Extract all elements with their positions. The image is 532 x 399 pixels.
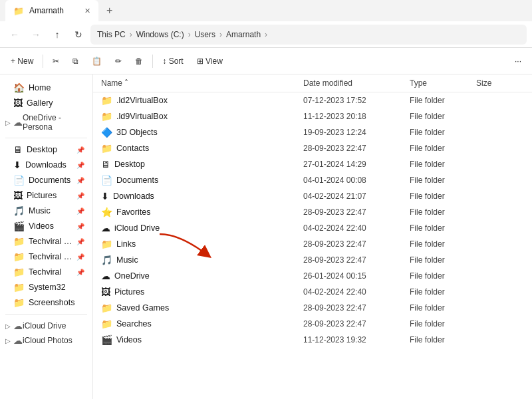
file-icon: 🔷 <box>101 127 112 138</box>
list-header: Name ˄ Date modified Type Size <box>93 74 532 92</box>
techviral-icon: 📁 <box>13 267 25 277</box>
table-row[interactable]: 📄 Documents 04-01-2024 00:08 File folder <box>93 172 532 188</box>
file-name-cell: 📁 Saved Games <box>98 301 301 315</box>
icloud-photos-icon: ☁ <box>13 335 23 346</box>
file-name: Music <box>116 255 138 265</box>
file-size-cell <box>473 211 527 213</box>
file-name: Downloads <box>113 192 154 201</box>
tab-close-button[interactable]: ✕ <box>84 7 90 15</box>
cut-button[interactable]: ✂ <box>47 54 65 68</box>
sidebar-item-music[interactable]: 🎵 Music 📌 <box>3 203 90 218</box>
techviral-doc-icon: 📁 <box>13 236 25 247</box>
file-size-cell <box>473 131 527 134</box>
copy-button[interactable]: ⧉ <box>67 54 84 68</box>
sidebar-item-techviral-doc[interactable]: 📁 Techviral Docum 📌 <box>3 234 90 249</box>
up-button[interactable]: ↑ <box>48 25 66 44</box>
sidebar-item-gallery[interactable]: 🖼 Gallery <box>3 96 90 110</box>
sidebar-item-pictures[interactable]: 🖼 Pictures 📌 <box>3 188 90 203</box>
col-type[interactable]: Type <box>407 77 473 89</box>
file-icon: 🎬 <box>101 334 112 345</box>
rename-button[interactable]: ✏ <box>110 54 127 68</box>
tab-title: Amarnath <box>29 6 64 15</box>
sidebar-label-pictures: Pictures <box>27 191 72 200</box>
sidebar-item-techviral-img[interactable]: 📁 Techviral Images 📌 <box>3 249 90 264</box>
table-row[interactable]: ☁ iCloud Drive 04-02-2024 22:40 File fol… <box>93 220 532 236</box>
file-name-cell: 📁 .ld2VirtualBox <box>98 94 301 107</box>
sidebar-label-gallery: Gallery <box>27 98 84 108</box>
sidebar-item-screenshots[interactable]: 📁 Screenshots <box>3 295 90 310</box>
sidebar-label-documents: Documents <box>29 176 72 185</box>
file-type-cell: File folder <box>407 206 473 218</box>
file-date-cell: 07-12-2023 17:52 <box>301 94 407 106</box>
col-size[interactable]: Size <box>473 77 527 89</box>
file-type-cell: File folder <box>407 110 473 122</box>
expand-icon: ▷ <box>5 119 11 126</box>
col-name[interactable]: Name ˄ <box>98 77 301 89</box>
file-icon: ☁ <box>101 271 110 281</box>
sidebar-item-techviral[interactable]: 📁 Techviral 📌 <box>3 265 90 279</box>
table-row[interactable]: 📁 Links 28-09-2023 22:47 File folder <box>93 236 532 252</box>
refresh-button[interactable]: ↻ <box>69 25 88 44</box>
table-row[interactable]: ⬇ Downloads 04-02-2024 21:07 File folder <box>93 188 532 204</box>
breadcrumb-user[interactable]: Amarnath <box>226 30 261 39</box>
sort-button[interactable]: ↕ Sort <box>157 54 188 68</box>
file-icon: 🖼 <box>101 287 110 297</box>
file-name-cell: 🎬 Videos <box>98 333 301 346</box>
table-row[interactable]: 📁 Saved Games 28-09-2023 22:47 File fold… <box>93 300 532 316</box>
sidebar-item-documents[interactable]: 📄 Documents 📌 <box>3 173 90 188</box>
file-type-cell: File folder <box>407 94 473 106</box>
sidebar-item-desktop[interactable]: 🖥 Desktop 📌 <box>3 142 90 157</box>
table-row[interactable]: 📁 .ld2VirtualBox 07-12-2023 17:52 File f… <box>93 92 532 108</box>
sidebar-group-onedrive[interactable]: ▷ ☁ OneDrive - Persona <box>0 111 92 134</box>
table-row[interactable]: 🎬 Videos 11-12-2023 19:32 File folder <box>93 332 532 348</box>
file-name-cell: 📄 Documents <box>98 174 301 187</box>
table-row[interactable]: 📁 Searches 28-09-2023 22:47 File folder <box>93 316 532 332</box>
table-row[interactable]: 🖼 Pictures 04-02-2024 22:40 File folder <box>93 284 532 300</box>
sidebar-group-icloud-drive[interactable]: ▷ ☁ iCloud Drive <box>0 319 92 333</box>
file-size-cell <box>473 163 527 166</box>
delete-button[interactable]: 🗑 <box>130 54 148 68</box>
forward-button[interactable]: → <box>27 25 45 44</box>
table-row[interactable]: 📁 .ld9VirtualBox 11-12-2023 20:18 File f… <box>93 108 532 124</box>
table-row[interactable]: 📁 Contacts 28-09-2023 22:47 File folder <box>93 140 532 156</box>
file-size-cell <box>473 307 527 309</box>
table-row[interactable]: 🔷 3D Objects 19-09-2023 12:24 File folde… <box>93 124 532 140</box>
file-name: Saved Games <box>116 303 169 313</box>
new-button[interactable]: + New <box>5 54 39 68</box>
new-tab-button[interactable]: + <box>98 5 120 17</box>
table-row[interactable]: 🎵 Music 28-09-2023 22:47 File folder <box>93 252 532 268</box>
col-date[interactable]: Date modified <box>301 77 407 89</box>
file-name-cell: 📁 Links <box>98 237 301 251</box>
expand-icloud-icon: ▷ <box>5 323 11 330</box>
active-tab[interactable]: 📁 Amarnath ✕ <box>5 0 98 21</box>
sidebar-item-videos[interactable]: 🎬 Videos 📌 <box>3 219 90 233</box>
table-row[interactable]: ⭐ Favorites 28-09-2023 22:47 File folder <box>93 204 532 220</box>
file-date-cell: 27-01-2024 14:29 <box>301 158 407 170</box>
table-row[interactable]: 🖥 Desktop 27-01-2024 14:29 File folder <box>93 156 532 172</box>
sidebar-item-downloads[interactable]: ⬇ Downloads 📌 <box>3 158 90 172</box>
breadcrumb-thispc[interactable]: This PC <box>97 30 126 39</box>
address-bar[interactable]: This PC › Windows (C:) › Users › Amarnat… <box>90 25 527 45</box>
back-button[interactable]: ← <box>5 25 24 44</box>
file-type-cell: File folder <box>407 222 473 234</box>
file-name-cell: 📁 Contacts <box>98 142 301 155</box>
paste-button[interactable]: 📋 <box>86 54 107 68</box>
sidebar-label-techviral-doc: Techviral Docum <box>29 237 72 246</box>
view-button[interactable]: ⊞ View <box>192 54 228 68</box>
file-size-cell <box>473 147 527 150</box>
sidebar-item-system32[interactable]: 📁 System32 <box>3 280 90 295</box>
toolbar-sep-2 <box>152 55 153 68</box>
breadcrumb-drive[interactable]: Windows (C:) <box>136 30 184 39</box>
file-date-cell: 28-09-2023 22:47 <box>301 142 407 154</box>
sidebar-group-icloud-photos[interactable]: ▷ ☁ iCloud Photos <box>0 333 92 348</box>
sidebar-label-music: Music <box>29 206 72 215</box>
file-icon: 📁 <box>101 111 112 122</box>
table-row[interactable]: ☁ OneDrive 26-01-2024 00:15 File folder <box>93 268 532 284</box>
sidebar-label-icloud-drive: iCloud Drive <box>23 321 66 331</box>
tab-icon: 📁 <box>13 6 24 16</box>
more-options-button[interactable]: ··· <box>509 54 527 68</box>
file-date-cell: 28-09-2023 22:47 <box>301 238 407 250</box>
sidebar-item-home[interactable]: 🏠 Home <box>3 80 90 95</box>
file-name: Favorites <box>116 207 150 217</box>
breadcrumb-users[interactable]: Users <box>195 30 215 39</box>
